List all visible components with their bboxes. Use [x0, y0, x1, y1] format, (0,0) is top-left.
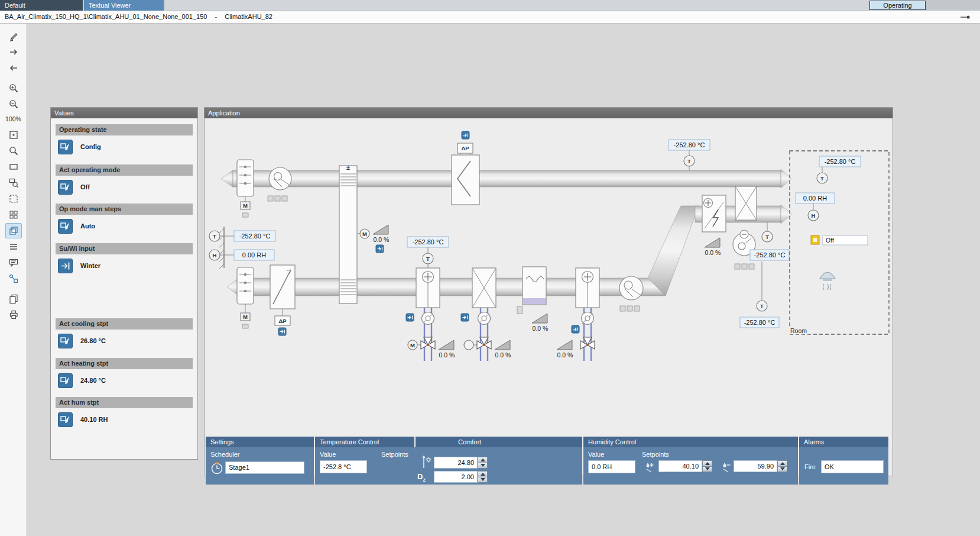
deadband-spinner: 2.00 [434, 471, 488, 483]
tab-textual-viewer[interactable]: Textual Viewer [84, 0, 164, 11]
value-item-su-wi-input[interactable]: Winter [56, 258, 193, 273]
dehumidify-setpoint-spinner: 59.90 [734, 460, 787, 472]
operating-mode-button[interactable]: Operating [869, 1, 926, 10]
value-item-operating-state[interactable]: Config [56, 139, 193, 154]
humidity-control-title: Humidity Control [583, 437, 798, 447]
deadband-up-button[interactable] [478, 471, 488, 477]
copy-documents-icon[interactable] [5, 291, 22, 306]
override-icon[interactable] [278, 328, 286, 335]
discharge-temp-value: -252.80 °C [744, 319, 775, 326]
zoom-out-icon[interactable] [5, 96, 22, 112]
override-icon[interactable] [406, 314, 414, 321]
plant-diagram-area: T -252.80 °C H 0.00 RH M [205, 118, 893, 476]
breadcrumb-separator: - [215, 13, 218, 20]
value-item-act-heating-stpt[interactable]: 24.80 °C [56, 373, 193, 388]
dehumidify-setpoint-input[interactable]: 59.90 [734, 460, 777, 472]
dehumidify-setpoint-down-button[interactable] [777, 467, 787, 473]
supply-air-temp-sensor[interactable]: -252.80 °C T [407, 237, 449, 268]
exhaust-fan[interactable] [268, 167, 291, 201]
value-item-label: Config [80, 143, 101, 150]
breadcrumb-path[interactable]: BA_Air_Climatix_150_HQ_1\Climatix_AHU_01… [5, 13, 207, 20]
back-arrow-icon[interactable] [5, 60, 22, 76]
section-su-wi-input: Su/Wi input [56, 243, 193, 254]
section-act-operating-mode: Act operating mode [56, 164, 193, 176]
select-rect-icon[interactable] [5, 159, 22, 175]
exhaust-heat-coil[interactable]: 0.0 % [702, 195, 726, 256]
cooling-valve-icon [477, 337, 491, 349]
plate-heat-exchanger[interactable]: ΔP [270, 265, 295, 335]
tab-default[interactable]: Default [0, 0, 83, 11]
tab-bar-background [166, 0, 980, 11]
outside-temp-sensor[interactable]: T -252.80 °C [209, 231, 275, 241]
temp-value-field[interactable]: -252.8 °C [320, 460, 367, 473]
svg-text:T: T [687, 158, 691, 164]
forward-arrow-icon[interactable] [5, 44, 22, 60]
pen-tool-icon[interactable] [5, 28, 22, 44]
list-lines-icon[interactable] [5, 239, 22, 254]
supply-damper[interactable]: M [237, 267, 254, 328]
breadcrumb-current: ClimatixAHU_82 [225, 13, 272, 20]
fire-alarm-field[interactable]: OK [821, 460, 884, 473]
override-icon[interactable] [376, 245, 384, 253]
comfort-setpoint-spinner: 24.80 [434, 457, 488, 469]
override-icon[interactable] [462, 131, 469, 139]
comfort-setpoint-input[interactable]: 24.80 [434, 457, 478, 469]
magnifier-icon[interactable] [5, 143, 22, 159]
svg-text:M: M [362, 231, 367, 237]
humidifier[interactable]: 0.0 % [517, 267, 548, 332]
fit-view-icon[interactable] [5, 127, 22, 143]
recirculation-pump[interactable]: -252.80 °C [733, 230, 789, 269]
comfort-setpoint-down-button[interactable] [478, 463, 488, 469]
room-zone: -252.80 °C T 0.00 RH H Off Room [789, 151, 889, 334]
section-act-heating-stpt: Act heating stpt [56, 358, 193, 369]
grid-tool-icon[interactable] [5, 207, 22, 222]
room-supply-temp-sensor-top[interactable]: T [762, 222, 773, 242]
navigate-icon[interactable] [960, 13, 971, 21]
settings-section-title: Settings [206, 437, 314, 447]
dehumidify-setpoint-up-button[interactable] [777, 460, 787, 467]
zoom-region-icon[interactable] [5, 175, 22, 190]
scheduler-value-field[interactable]: Stage1 [225, 461, 304, 474]
settings-section: Settings Scheduler Stage1 [206, 437, 314, 485]
exhaust-damper[interactable]: M [237, 160, 254, 217]
zoom-in-icon[interactable] [5, 80, 22, 96]
deadband-input[interactable]: 2.00 [434, 471, 478, 483]
extract-air-temp-sensor[interactable]: -252.80 °C T [669, 140, 710, 170]
recirculation-damper[interactable] [735, 186, 757, 220]
value-item-op-mode-man-steps[interactable]: Auto [56, 218, 193, 234]
humidity-value-field[interactable]: 0.0 RH [588, 460, 635, 473]
dashed-region-icon[interactable] [5, 191, 22, 206]
print-icon[interactable] [5, 307, 22, 322]
svg-text:T: T [820, 175, 824, 182]
heating-valve-value: 0.0 % [439, 351, 455, 359]
position-slope-icon [439, 340, 454, 350]
outside-humidity-sensor[interactable]: H 0.00 RH [209, 250, 274, 260]
deadband-down-button[interactable] [478, 477, 488, 483]
position-slope-icon [373, 225, 388, 234]
application-panel-title: Application [205, 108, 893, 118]
override-icon[interactable] [461, 314, 469, 321]
humidify-setpoint-input[interactable]: 40.10 [658, 460, 702, 472]
supply-temp-value: -252.80 °C [413, 238, 444, 246]
humidify-setpoint-down-button[interactable] [702, 467, 712, 473]
smoke-detector-icon[interactable] [820, 272, 835, 290]
exhaust-duct [221, 169, 791, 188]
section-act-cooling-stpt: Act cooling stpt [56, 318, 193, 330]
value-item-act-operating-mode[interactable]: Off [56, 179, 193, 195]
override-icon[interactable] [572, 325, 579, 333]
discharge-temp-sensor[interactable]: T -252.80 °C [740, 261, 779, 328]
scheduler-clock-icon[interactable] [210, 461, 224, 476]
supply-fan[interactable] [619, 276, 643, 311]
values-panel: Values Operating state Config Act operat… [50, 107, 198, 460]
link-objects-icon[interactable] [5, 271, 22, 286]
humidify-setpoint-up-button[interactable] [702, 460, 712, 467]
layers-tool-icon[interactable] [5, 223, 22, 238]
comfort-setpoint-up-button[interactable] [478, 457, 488, 463]
exhaust-filter[interactable]: ΔP [452, 131, 479, 205]
value-item-act-cooling-stpt[interactable]: 26.80 °C [56, 333, 193, 348]
section-op-mode-man-steps: Op mode man steps [56, 204, 193, 215]
zoom-level-label[interactable]: 100% [4, 112, 24, 125]
comment-icon[interactable] [5, 255, 22, 270]
value-item-act-hum-stpt[interactable]: 40.10 RH [56, 412, 193, 427]
humidify-setpoint-spinner: 40.10 [658, 460, 712, 472]
